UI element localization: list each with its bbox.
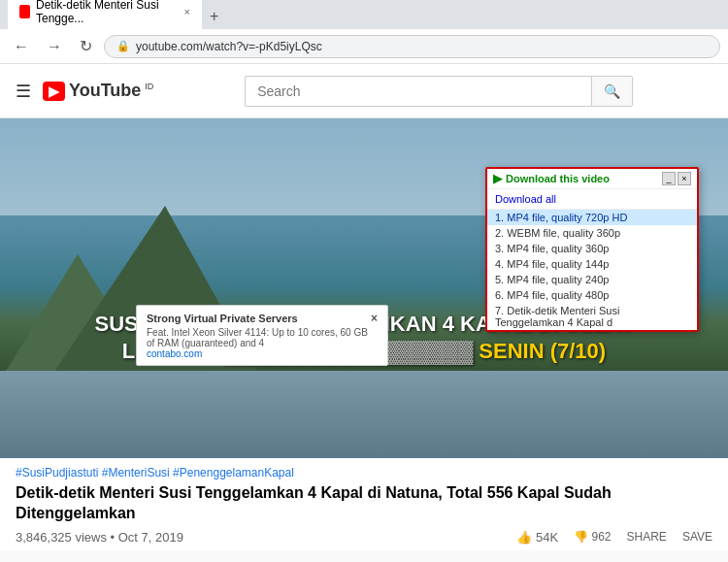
action-buttons: 👍 54K 👎 962 SHARE SAVE	[516, 530, 712, 545]
tab-title: Detik-detik Menteri Susi Tengge...	[36, 0, 173, 25]
overlay-day: SENIN (7/10)	[479, 339, 606, 363]
view-count: 3,846,325 views • Oct 7, 2019	[16, 530, 183, 545]
youtube-header: ☰ ▶ YouTube ID 🔍	[0, 64, 728, 118]
download-list: 1. MP4 file, quality 720p HD 2. WEBM fil…	[487, 210, 697, 330]
youtube-logo-text: YouTube	[69, 81, 141, 101]
upload-date: Oct 7, 2019	[118, 530, 183, 545]
video-meta: 3,846,325 views • Oct 7, 2019 👍 54K 👎 96…	[16, 530, 712, 545]
back-button[interactable]: ←	[8, 34, 35, 59]
save-button[interactable]: SAVE	[682, 530, 712, 544]
search-bar: 🔍	[245, 76, 633, 107]
tab-bar: Detik-detik Menteri Susi Tengge... × +	[0, 0, 728, 29]
download-item-2[interactable]: 2. WEBM file, quality 360p	[487, 225, 697, 241]
url-text: youtube.com/watch?v=-pKd5iyLQsc	[136, 40, 322, 53]
download-close-button[interactable]: ×	[678, 172, 691, 185]
download-title-text: Download this video	[506, 173, 610, 184]
download-item-4[interactable]: 4. MP4 file, quality 144p	[487, 256, 697, 272]
download-item-3[interactable]: 3. MP4 file, quality 360p	[487, 241, 697, 256]
video-title: Detik-detik Menteri Susi Tenggelamkan 4 …	[16, 483, 712, 524]
download-title: ▶ Download this video	[493, 172, 610, 185]
download-item-6[interactable]: 6. MP4 file, quality 480p	[487, 287, 697, 303]
youtube-logo-region: ID	[145, 82, 153, 91]
video-info: #SusiPudjiastuti #MenteriSusi #Penenggel…	[0, 458, 728, 550]
lock-icon: 🔒	[116, 40, 130, 52]
download-header: ▶ Download this video _ ×	[487, 169, 697, 189]
share-button[interactable]: SHARE	[627, 530, 667, 544]
ad-domain[interactable]: contabo.com	[147, 348, 378, 359]
download-minimize-button[interactable]: _	[662, 172, 676, 185]
nav-bar: ← → ↻ 🔒 youtube.com/watch?v=-pKd5iyLQsc	[0, 29, 728, 64]
download-controls: _ ×	[662, 172, 691, 185]
video-player[interactable]: SUSI KEMBALI TENGGELAMKAN 4 KAPAL DI SEL…	[0, 118, 728, 458]
date-separator: •	[111, 530, 118, 545]
tab-favicon	[19, 5, 30, 18]
address-bar[interactable]: 🔒 youtube.com/watch?v=-pKd5iyLQsc	[104, 35, 720, 58]
download-item-1[interactable]: 1. MP4 file, quality 720p HD	[487, 210, 697, 225]
youtube-logo[interactable]: ▶ YouTube ID	[43, 81, 153, 101]
active-tab[interactable]: Detik-detik Menteri Susi Tengge... ×	[8, 0, 202, 29]
download-item-5[interactable]: 5. MP4 file, quality 240p	[487, 272, 697, 287]
youtube-logo-icon: ▶	[43, 82, 65, 101]
download-item-7[interactable]: 7. Detik-detik Menteri Susi Tenggelamkan…	[487, 303, 697, 330]
download-play-icon: ▶	[493, 172, 502, 185]
video-water	[0, 371, 728, 458]
ad-close-button[interactable]: ×	[371, 312, 378, 325]
search-button[interactable]: 🔍	[591, 76, 633, 107]
ad-title-text: Strong Virtual Private Servers	[147, 313, 298, 324]
refresh-button[interactable]: ↻	[74, 33, 98, 59]
ad-title: Strong Virtual Private Servers ×	[147, 312, 378, 325]
ad-description: Feat. Intel Xeon Silver 4114: Up to 10 c…	[147, 327, 378, 348]
download-popup: ▶ Download this video _ × Download all 1…	[485, 167, 699, 332]
tab-close-button[interactable]: ×	[184, 6, 190, 17]
ad-popup: Strong Virtual Private Servers × Feat. I…	[136, 305, 388, 366]
search-input[interactable]	[245, 76, 591, 107]
download-all-button[interactable]: Download all	[487, 189, 697, 210]
dislike-button[interactable]: 👎 962	[574, 530, 611, 544]
forward-button[interactable]: →	[41, 34, 68, 59]
new-tab-button[interactable]: +	[202, 4, 226, 29]
like-button[interactable]: 👍 54K	[516, 530, 558, 545]
views-text: 3,846,325 views	[16, 530, 107, 545]
video-tags[interactable]: #SusiPudjiastuti #MenteriSusi #Penenggel…	[16, 466, 712, 479]
hamburger-menu[interactable]: ☰	[16, 81, 31, 102]
